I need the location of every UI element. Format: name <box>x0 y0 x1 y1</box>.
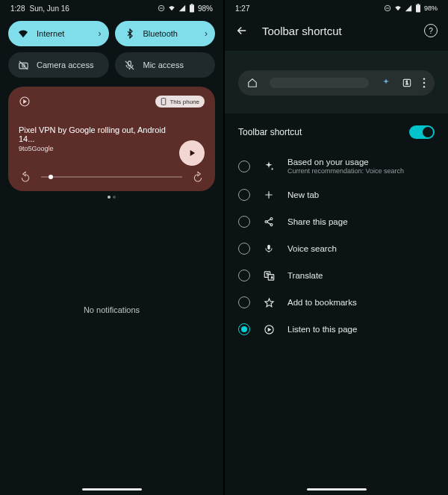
progress-knob[interactable] <box>49 175 53 179</box>
option-new-tab[interactable]: New tab <box>225 181 448 208</box>
radio <box>238 189 250 201</box>
option-label: Translate <box>287 271 323 280</box>
toolbar-shortcut-switch[interactable] <box>409 125 435 139</box>
sparkle-icon <box>262 160 276 173</box>
tab-count-icon: 1 <box>402 78 412 88</box>
tile-camera-access[interactable]: Camera access <box>8 52 109 78</box>
option-translate[interactable]: Translate <box>225 262 448 289</box>
signal-icon <box>405 4 412 12</box>
wifi-status-icon <box>394 4 402 12</box>
option-label: Listen to this page <box>287 325 357 334</box>
battery-icon <box>189 4 195 13</box>
media-title: Pixel VPN by Google rolling out, Android… <box>19 125 205 143</box>
mic-off-icon <box>124 59 136 71</box>
setting-label: Toolbar shortcut <box>238 127 302 137</box>
share-icon <box>262 215 276 228</box>
option-label: Add to bookmarks <box>287 298 357 307</box>
phone-icon <box>161 98 167 105</box>
svg-point-13 <box>423 78 426 80</box>
home-indicator[interactable] <box>307 488 367 491</box>
listen-icon <box>262 323 276 336</box>
option-listen[interactable]: Listen to this page <box>225 316 448 343</box>
option-label: New tab <box>287 190 319 199</box>
app-bar: Toolbar shortcut ? <box>225 16 448 45</box>
svg-rect-2 <box>191 4 193 4</box>
wifi-icon <box>17 28 29 40</box>
options-list: Based on your usage Current recommendati… <box>225 148 448 343</box>
output-label: This phone <box>169 99 199 105</box>
signal-icon <box>178 4 186 12</box>
radio <box>238 243 250 255</box>
svg-point-15 <box>423 86 426 88</box>
svg-text:1: 1 <box>405 80 408 85</box>
svg-rect-7 <box>162 99 167 105</box>
play-button[interactable] <box>179 140 205 166</box>
battery-pct: 98% <box>198 4 213 13</box>
chevron-right-icon: › <box>205 28 208 39</box>
status-time: 1:28 <box>10 4 25 13</box>
svg-rect-19 <box>267 245 270 249</box>
svg-rect-10 <box>417 4 419 4</box>
home-icon <box>247 78 258 88</box>
dnd-icon <box>158 4 165 12</box>
star-icon <box>262 296 276 309</box>
forward-10-icon[interactable] <box>191 170 205 184</box>
media-card[interactable]: This phone Pixel VPN by Google rolling o… <box>8 87 215 191</box>
toolbar-preview: 1 <box>225 51 448 113</box>
sparkle-shortcut-icon <box>381 78 391 88</box>
radio <box>238 296 250 308</box>
tile-bluetooth[interactable]: Bluetooth › <box>115 21 216 46</box>
svg-point-14 <box>423 82 426 84</box>
menu-icon <box>423 78 426 88</box>
tile-label: Camera access <box>37 60 93 69</box>
plus-icon <box>262 188 276 202</box>
status-icons: 98% <box>384 4 438 13</box>
setting-row: Toolbar shortcut <box>225 113 448 148</box>
status-date: Sun, Jun 16 <box>29 4 69 13</box>
url-field <box>270 78 369 88</box>
translate-icon <box>262 269 276 282</box>
page-title: Toolbar shortcut <box>262 25 411 37</box>
status-bar: 1:28 Sun, Jun 16 98% <box>0 0 223 16</box>
bluetooth-icon <box>124 28 136 40</box>
chevron-right-icon: › <box>99 28 102 39</box>
help-button[interactable]: ? <box>424 24 438 37</box>
home-indicator[interactable] <box>82 488 142 491</box>
mic-icon <box>262 242 276 255</box>
svg-rect-21 <box>268 274 274 280</box>
option-sub: Current recommendation: Voice search <box>287 167 404 175</box>
play-circle-icon <box>19 96 31 108</box>
tile-label: Internet <box>37 29 64 38</box>
tile-label: Mic access <box>143 60 184 69</box>
battery-pct: 98% <box>424 4 438 12</box>
back-button[interactable] <box>235 24 249 37</box>
status-time: 1:27 <box>235 4 249 13</box>
right-phone: 1:27 98% Toolbar shortcut ? 1 Toolbar sh… <box>225 0 448 495</box>
option-label: Voice search <box>287 244 337 253</box>
status-bar: 1:27 98% <box>225 0 448 16</box>
radio <box>238 161 250 172</box>
option-based-on-usage[interactable]: Based on your usage Current recommendati… <box>225 151 448 181</box>
radio <box>238 216 250 228</box>
media-output-chip[interactable]: This phone <box>155 96 205 108</box>
option-label: Based on your usage <box>287 158 404 166</box>
svg-rect-1 <box>190 4 194 12</box>
rewind-10-icon[interactable] <box>19 170 32 184</box>
option-share[interactable]: Share this page <box>225 208 448 235</box>
battery-icon <box>415 4 421 13</box>
radio <box>238 323 250 335</box>
wifi-status-icon <box>168 4 175 12</box>
camera-off-icon <box>17 59 29 71</box>
media-source: 9to5Google <box>19 145 205 152</box>
progress-track[interactable] <box>41 176 182 178</box>
dnd-icon <box>384 4 391 12</box>
tile-mic-access[interactable]: Mic access <box>115 52 216 78</box>
option-label: Share this page <box>287 217 348 226</box>
option-voice-search[interactable]: Voice search <box>225 235 448 262</box>
svg-rect-9 <box>416 4 420 12</box>
status-icons: 98% <box>158 4 213 13</box>
tile-label: Bluetooth <box>143 29 178 38</box>
option-bookmark[interactable]: Add to bookmarks <box>225 289 448 316</box>
no-notifications: No notifications <box>0 199 223 495</box>
tile-internet[interactable]: Internet › <box>8 21 109 46</box>
